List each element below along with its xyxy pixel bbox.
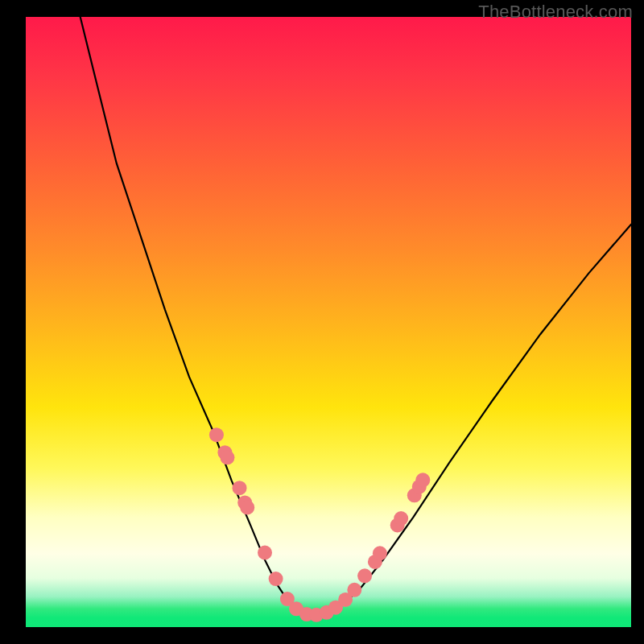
marker-dot — [415, 473, 430, 487]
marker-dot — [258, 546, 272, 560]
marker-dot — [220, 450, 234, 464]
marker-dot — [209, 427, 224, 442]
plot-area — [26, 17, 631, 627]
marker-dot — [373, 546, 387, 560]
chart-frame: TheBottleneck.com — [0, 0, 644, 644]
marker-dot — [240, 500, 254, 514]
watermark-text: TheBottleneck.com — [478, 2, 633, 23]
marker-dot — [357, 568, 372, 583]
marker-dot — [347, 583, 361, 597]
marker-dot — [269, 572, 283, 586]
marker-dot — [394, 511, 408, 526]
marker-dot — [233, 481, 247, 495]
curve-svg — [26, 17, 631, 627]
bottleneck-curve — [80, 17, 631, 615]
